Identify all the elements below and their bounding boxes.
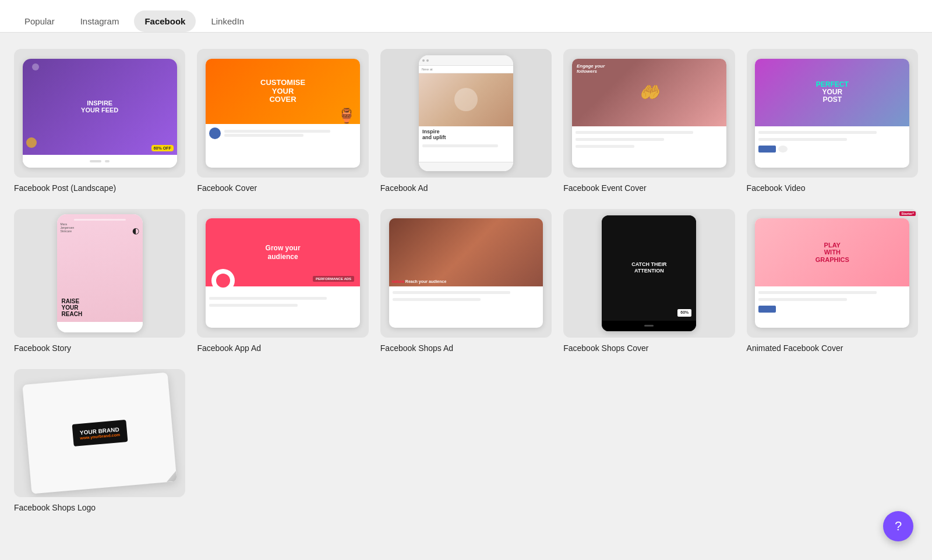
content-area: INSPIREYOUR FEED 60% OFF Facebook Post (…	[0, 33, 932, 559]
card-fb-shops-cover[interactable]: CATCH THEIRATTENTION 60% Facebook Shops …	[563, 209, 735, 353]
card-fb-cover[interactable]: CUSTOMISEYOURCOVER 🏺 Facebook Cover	[197, 49, 368, 193]
thumb-fb-ad: New at Inspireand uplift	[380, 49, 552, 178]
card-fb-story[interactable]: MaraJørgensenSkincare ◐ RAISEYOURREACH F…	[14, 209, 185, 353]
thumb-fb-event-cover: 🤲 Engage yourfollowers	[563, 49, 735, 178]
card-fb-shops-logo[interactable]: YOUR BRAND www.yourbrand.com Facebook Sh…	[14, 369, 185, 513]
card-fb-video[interactable]: PERFECTYOURPOST Facebook Video	[747, 49, 918, 193]
card-label-fb-story: Facebook Story	[14, 343, 185, 353]
card-label-fb-cover: Facebook Cover	[197, 183, 368, 193]
card-label-fb-ad: Facebook Ad	[380, 183, 552, 193]
template-grid: INSPIREYOUR FEED 60% OFF Facebook Post (…	[14, 49, 918, 512]
tab-popular[interactable]: Popular	[14, 10, 65, 32]
thumb-fb-video: PERFECTYOURPOST	[747, 49, 918, 178]
thumb-fb-post-landscape: INSPIREYOUR FEED 60% OFF	[14, 49, 185, 178]
thumb-animated-fb-cover: PLAYWITHGRAPHICS Starter*	[747, 209, 918, 338]
thumb-fb-cover: CUSTOMISEYOURCOVER 🏺	[197, 49, 368, 178]
help-button[interactable]: ?	[883, 511, 913, 541]
thumb-fb-app-ad: Grow youraudience PERFORMANCE ADS	[197, 209, 368, 338]
card-label-fb-shops-logo: Facebook Shops Logo	[14, 503, 185, 512]
thumb-fb-story: MaraJørgensenSkincare ◐ RAISEYOURREACH	[14, 209, 185, 338]
card-fb-ad[interactable]: New at Inspireand uplift Facebook Ad	[380, 49, 552, 193]
card-fb-app-ad[interactable]: Grow youraudience PERFORMANCE ADS Facebo…	[197, 209, 368, 353]
card-label-animated-fb-cover: Animated Facebook Cover	[747, 343, 918, 353]
card-label-fb-shops-ad: Facebook Shops Ad	[380, 343, 552, 353]
card-label-fb-event-cover: Facebook Event Cover	[563, 183, 735, 193]
card-label-fb-shops-cover: Facebook Shops Cover	[563, 343, 735, 353]
tab-linkedin[interactable]: LinkedIn	[200, 10, 255, 32]
card-label-fb-app-ad: Facebook App Ad	[197, 343, 368, 353]
tab-facebook[interactable]: Facebook	[134, 10, 196, 32]
card-fb-post-landscape[interactable]: INSPIREYOUR FEED 60% OFF Facebook Post (…	[14, 49, 185, 193]
thumb-fb-shops-ad: natura Reach your audience	[380, 209, 552, 338]
card-fb-shops-ad[interactable]: natura Reach your audience Facebook Shop…	[380, 209, 552, 353]
thumb-fb-shops-logo: YOUR BRAND www.yourbrand.com	[14, 369, 185, 498]
tab-bar: Popular Instagram Facebook LinkedIn	[0, 0, 932, 33]
card-label-fb-video: Facebook Video	[747, 183, 918, 193]
tab-instagram[interactable]: Instagram	[70, 10, 130, 32]
card-animated-fb-cover[interactable]: PLAYWITHGRAPHICS Starter* Animated Faceb…	[747, 209, 918, 353]
card-label-fb-post-landscape: Facebook Post (Landscape)	[14, 183, 185, 193]
card-fb-event-cover[interactable]: 🤲 Engage yourfollowers Facebook Event Co…	[563, 49, 735, 193]
thumb-fb-shops-cover: CATCH THEIRATTENTION 60%	[563, 209, 735, 338]
